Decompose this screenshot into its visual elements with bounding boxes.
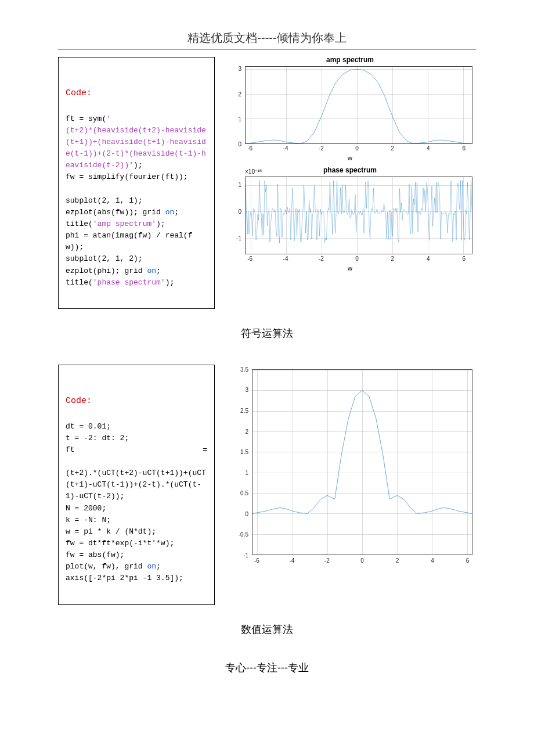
caption-2: 数值运算法	[58, 622, 476, 636]
caption-1: 符号运算法	[58, 326, 476, 340]
section-2: Code: dt = 0.01; t = -2: dt: 2; ft= (t+2…	[58, 365, 476, 605]
chart-column-1: amp spectrum 0123 -6-4-20246 w phase spe…	[224, 57, 476, 272]
plot-area	[245, 177, 472, 254]
x-axis-ticks: -6-4-20246	[245, 255, 472, 264]
x-axis-ticks: -6-4-20246	[252, 557, 472, 566]
plot-area	[245, 66, 472, 144]
plot-area	[252, 369, 472, 555]
chart-title: amp spectrum	[224, 56, 476, 64]
x-axis-label: w	[224, 265, 476, 272]
code-label: Code:	[66, 394, 207, 408]
y-axis-ticks: -1-0.500.511.522.533.5	[224, 369, 250, 555]
page-header: 精选优质文档-----倾情为你奉上	[58, 30, 476, 46]
section-1: Code: ft = sym(' (t+2)*(heaviside(t+2)-h…	[58, 57, 476, 309]
code-box-2: Code: dt = 0.01; t = -2: dt: 2; ft= (t+2…	[58, 365, 215, 605]
chart-phase-spectrum: phase spectrum ×10⁻¹⁶ -101 -6-4-20246 w	[224, 167, 476, 272]
chart-column-2: -1-0.500.511.522.533.5 -6-4-20246	[224, 365, 476, 568]
code-box-1: Code: ft = sym(' (t+2)*(heaviside(t+2)-h…	[58, 57, 215, 309]
x-axis-label: w	[224, 154, 476, 161]
y-axis-ticks: 0123	[224, 66, 243, 144]
code-label: Code:	[66, 87, 207, 100]
chart-numeric-spectrum: -1-0.500.511.522.533.5 -6-4-20246	[224, 365, 476, 568]
exponent-label: ×10⁻¹⁶	[245, 168, 262, 175]
header-divider	[58, 49, 476, 50]
chart-amp-spectrum: amp spectrum 0123 -6-4-20246 w	[224, 57, 476, 161]
page-footer: 专心---专注---专业	[58, 661, 476, 675]
x-axis-ticks: -6-4-20246	[245, 145, 472, 153]
y-axis-ticks: -101	[224, 177, 243, 254]
